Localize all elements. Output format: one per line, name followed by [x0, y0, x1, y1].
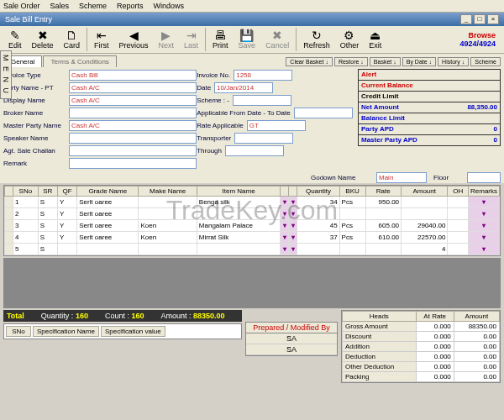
row-action-icon[interactable]: ▾	[281, 244, 289, 255]
col-item-name[interactable]: Item Name	[197, 186, 281, 197]
menu-saleorder[interactable]: Sale Order	[3, 2, 40, 10]
lbl-speaker-name: Speaker Name	[3, 134, 69, 142]
previous-icon: ◀	[129, 29, 139, 41]
col-grade-name[interactable]: Grade Name	[77, 186, 139, 197]
exit-icon: ⏏	[370, 29, 381, 41]
side-menu[interactable]: M E N U	[0, 50, 12, 99]
tab-terms[interactable]: Terms & Conditions	[43, 55, 116, 67]
inp-broker-name[interactable]	[69, 108, 197, 118]
minibtn-by[interactable]: By Date ↓	[402, 57, 436, 66]
menu-reports[interactable]: Reports	[117, 2, 144, 10]
grid-empty-area	[3, 258, 501, 308]
toolbtn-print[interactable]: 🖶Print	[207, 28, 234, 51]
table-row[interactable]: 5S▾▾4▾	[5, 244, 500, 255]
toolbtn-refresh[interactable]: ↻Refresh	[298, 28, 335, 51]
head-row-addition[interactable]: Addition0.0000.00	[343, 342, 500, 352]
floor-input[interactable]	[467, 172, 501, 183]
lbl-applicable-from-date-to-date: Applicable From Date - To Date	[197, 109, 290, 117]
col-x[interactable]	[5, 186, 13, 197]
col-rate[interactable]: Rate	[365, 186, 402, 197]
menu-scheme[interactable]: Scheme	[79, 2, 107, 10]
toolbtn-delete[interactable]: ✖Delete	[27, 28, 59, 51]
lbl-scheme-: Scheme : -	[197, 97, 229, 104]
floor-label: Floor	[433, 174, 467, 181]
inp-applicable-from-date-to-date[interactable]	[294, 108, 353, 118]
godown-input[interactable]	[376, 172, 427, 183]
table-row[interactable]: 4SYSerlt oareeKoenMirrat Silk▾▾37Pcs610.…	[5, 232, 500, 244]
menu-windows[interactable]: Windows	[154, 2, 185, 10]
toolbtn-first[interactable]: ⇤First	[89, 28, 114, 51]
next-icon: ▶	[161, 29, 171, 41]
row-action-icon[interactable]: ▾	[281, 220, 289, 232]
inp-through[interactable]	[225, 145, 284, 156]
inp-transporter[interactable]	[234, 133, 293, 144]
head-row-gross-amount[interactable]: Gross Amount0.00088350.00	[343, 322, 500, 332]
minimize-button[interactable]: _	[460, 14, 472, 24]
inp-rate-applicable[interactable]	[247, 120, 306, 131]
col-sr[interactable]: SR	[38, 186, 57, 197]
save-icon: 💾	[239, 29, 254, 41]
row-action-icon[interactable]: ▾	[281, 232, 289, 244]
browse-count: 4924/4924	[459, 39, 496, 48]
head-row-deduction[interactable]: Deduction0.0000.00	[343, 352, 500, 362]
lbl-broker-name: Broker Name	[3, 109, 69, 117]
minibtn-basket[interactable]: Basket ↓	[370, 57, 401, 66]
col-sno[interactable]: SNo	[13, 186, 39, 197]
col-remarks[interactable]: Remarks	[468, 186, 499, 197]
toolbtn-edit[interactable]: ✎Edit	[3, 28, 27, 51]
table-row[interactable]: 1SYSerlt oareeBenga silk▾▾34Pcs950.00▾	[5, 197, 500, 208]
col-qf[interactable]: QF	[57, 186, 76, 197]
last-icon: ⇥	[186, 29, 197, 41]
titlebar: Sale Bill Entry _ □ ×	[0, 13, 504, 26]
col-bku[interactable]: BKU	[339, 186, 365, 197]
row-action-icon[interactable]: ▾	[281, 208, 289, 220]
inp-party-name-pt[interactable]	[69, 82, 197, 93]
inp-agt-sale-challan[interactable]	[69, 145, 197, 156]
table-row[interactable]: 2SYSerlt oaree▾▾▾	[5, 208, 500, 220]
head-row-discount[interactable]: Discount0.0000.00	[343, 332, 500, 342]
menu-sales[interactable]: Sales	[50, 2, 70, 10]
inp-speaker-name[interactable]	[69, 133, 197, 144]
toolbtn-card[interactable]: 🗋Card	[59, 28, 86, 51]
minibtn-history[interactable]: History ↓	[438, 57, 469, 66]
inp-invoice-type[interactable]	[69, 70, 197, 81]
lbl-master-party-name: Master Party Name	[3, 122, 69, 129]
alert-alert: Alert	[358, 69, 501, 81]
col-oh[interactable]: OH	[448, 186, 469, 197]
minibtn-restore[interactable]: Restore ↓	[334, 57, 368, 66]
inp-scheme-[interactable]	[233, 95, 291, 106]
spec-grid[interactable]: SNo Specification Name Specification val…	[3, 323, 242, 339]
inp-invoice-no-[interactable]	[234, 70, 292, 81]
col-make-name[interactable]: Make Name	[139, 186, 197, 197]
inp-remark[interactable]	[69, 158, 197, 169]
heads-grid[interactable]: HeadsAt RateAmountGross Amount0.00088350…	[341, 310, 501, 383]
head-row-other-deduction[interactable]: Other Deduction0.0000.00	[343, 362, 500, 372]
inp-display-name[interactable]	[69, 95, 197, 106]
inp-date[interactable]	[214, 82, 273, 93]
lbl-remark: Remark	[3, 160, 69, 167]
toolbar: ✎Edit✖Delete🗋Card⇤First◀Previous▶Next⇥La…	[0, 26, 504, 54]
table-row[interactable]: 3SYSerlt oareeKoenMangalam Palace▾▾45Pcs…	[5, 220, 500, 232]
close-button[interactable]: ×	[487, 14, 499, 24]
menubar: Sale Order Sales Scheme Reports Windows	[0, 0, 504, 13]
inp-master-party-name[interactable]	[69, 120, 197, 131]
lbl-date: Date	[197, 84, 211, 92]
row-action-icon[interactable]: ▾	[281, 197, 289, 208]
col-amount[interactable]: Amount	[402, 186, 448, 197]
col-x[interactable]	[281, 186, 289, 197]
items-grid[interactable]: SNoSRQFGrade NameMake NameItem NameQuant…	[3, 185, 501, 256]
browse-label[interactable]: Browse	[459, 31, 496, 39]
toolbtn-other[interactable]: ⚙Other	[335, 28, 365, 51]
maximize-button[interactable]: □	[474, 14, 486, 24]
lbl-agt-sale-challan: Agt. Sale Challan	[3, 147, 69, 155]
lbl-display-name: Display Name	[3, 97, 69, 104]
cancel-icon: ✖	[272, 29, 282, 41]
toolbtn-exit[interactable]: ⏏Exit	[364, 28, 386, 51]
minibtn-clear[interactable]: Clear Basket ↓	[286, 57, 333, 66]
head-row-packing[interactable]: Packing0.0000.00	[343, 372, 500, 382]
toolbtn-previous[interactable]: ◀Previous	[114, 28, 154, 51]
minibtn-scheme[interactable]: Scheme	[470, 57, 501, 66]
lbl-invoice-no-: Invoice No.	[197, 71, 230, 79]
col-x[interactable]	[289, 186, 297, 197]
col-quantity[interactable]: Quantity	[297, 186, 339, 197]
